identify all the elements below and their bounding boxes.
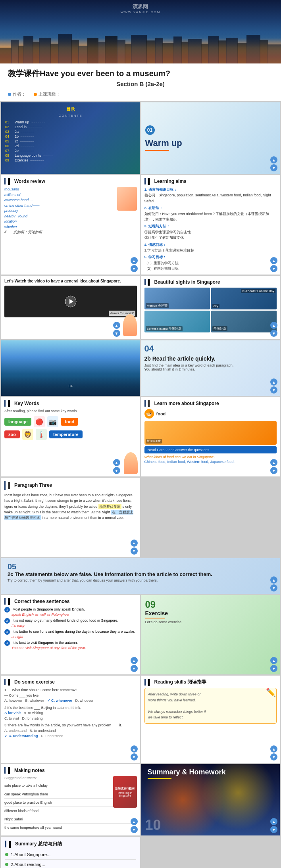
temperature-keyword: temperature — [49, 430, 83, 438]
summary-content-header: ▌ Summary 总结与归纳 — [5, 841, 136, 847]
nav-down-button[interactable]: ▼ — [270, 164, 277, 171]
exercise-nav-up[interactable]: ▲ — [270, 657, 277, 664]
article-desc: Just find the main idea or a key word of… — [144, 363, 277, 367]
words-review-slide: ▌ Words review thousand millions of awes… — [1, 175, 140, 275]
toc-item-8: 08 Language points ·········· — [5, 153, 136, 158]
making-notes-nav: ▲ ▼ — [131, 818, 138, 833]
aims-nav-up[interactable]: ▲ — [270, 257, 277, 264]
words-review-title: Words review — [14, 179, 45, 184]
slide-2c-nav-down[interactable]: ▼ — [270, 584, 277, 591]
travel-guide-sub: Travelling in Singapore — [115, 791, 135, 797]
summary-nav-down[interactable]: ▼ — [270, 826, 277, 833]
landscape-label: 04 — [69, 384, 73, 388]
slide-2c-nav-up[interactable]: ▲ — [270, 576, 277, 584]
exercise-title: Exercise — [145, 610, 276, 616]
correct-title: Correct these sentences — [14, 599, 69, 604]
video-nav-up[interactable]: ▲ — [113, 322, 120, 329]
summary-nav: ▲ ▼ — [270, 818, 277, 833]
do-exercise-title: Do some exercise — [14, 679, 55, 685]
sights-nav-up[interactable]: ▲ — [270, 322, 277, 329]
answer-content: Chinese food, Indian food, Western food,… — [144, 460, 277, 464]
do-exercise-nav: ▲ ▼ — [131, 745, 138, 760]
keywords-nav-up[interactable]: ▲ — [113, 459, 120, 466]
article-2b-slide: 04 2b Read the article quickly. Just fin… — [141, 340, 280, 396]
reading-skills-nav-down[interactable]: ▼ — [270, 753, 277, 760]
making-notes-nav-up[interactable]: ▲ — [131, 818, 138, 825]
article-nav-down[interactable]: ▼ — [270, 386, 277, 394]
article-nav-up[interactable]: ▲ — [270, 378, 277, 386]
toc-item-7: 07 2e ·············· — [5, 148, 136, 153]
correct-sentences-slide: ▌ Correct these sentences 1 Most people … — [1, 595, 140, 674]
keywords-nav-down[interactable]: ▼ — [113, 467, 120, 474]
para-three-nav-down[interactable]: ▼ — [131, 547, 138, 555]
aims-nav-arrows: ▲ ▼ — [270, 257, 277, 272]
video-nav-down[interactable]: ▼ — [113, 330, 120, 337]
correct-nav-up[interactable]: ▲ — [131, 657, 138, 664]
words-nav-up[interactable]: ▲ — [131, 257, 138, 264]
nav-up-button[interactable]: ▲ — [270, 156, 277, 163]
summary-bullet-1 — [5, 853, 8, 856]
correct-item-1: 1 Most people in Singapore only speak En… — [4, 607, 137, 616]
para-three-nav-up[interactable]: ▲ — [131, 540, 138, 547]
exercise-items: 1 — What time should I come here tomorro… — [4, 687, 137, 739]
slide-2c-nav: ▲ ▼ — [270, 576, 277, 591]
toc-item-4: 04 2b ·············· — [5, 134, 136, 139]
do-exercise-nav-up[interactable]: ▲ — [131, 745, 138, 753]
correct-nav-down[interactable]: ▼ — [131, 665, 138, 672]
food-image-label: 新加坡美食 — [146, 439, 162, 444]
reading-skills-nav-up[interactable]: ▲ — [270, 745, 277, 753]
learn-more-nav-up[interactable]: ▲ — [270, 459, 277, 466]
class-dot — [34, 93, 37, 96]
language-keyword: language — [4, 418, 31, 426]
learn-more-nav: ▲ ▼ — [270, 459, 277, 474]
warmup-badge: 01 — [145, 125, 155, 135]
warmup-slide: 01 Warm up ▲ ▼ — [141, 102, 280, 174]
keyword-icon-2: 📷 — [47, 416, 58, 427]
merlion-label: Merlion 鱼尾狮 — [146, 303, 169, 308]
words-nav-down[interactable]: ▼ — [131, 265, 138, 272]
keywords-nav: ▲ ▼ — [113, 459, 120, 474]
video-box[interactable]: /travel the world/ — [4, 286, 137, 317]
slide-2c-title: 2c The statements below are false. Use i… — [8, 571, 273, 577]
gardens-label2: city — [212, 304, 219, 308]
article-num: 04 — [144, 344, 277, 354]
making-notes-nav-down[interactable]: ▼ — [131, 826, 138, 833]
sights-header: ▌ Beautiful sights in Singapore — [144, 279, 277, 285]
aims-nav-down[interactable]: ▼ — [270, 265, 277, 272]
answer-question: What kinds of food can we eat in Singapo… — [144, 455, 277, 459]
aims-content: 1. 语言与知识目标： 核心词：Singapore, population, s… — [144, 187, 277, 271]
author-dot — [8, 93, 11, 96]
sights-nav-down[interactable]: ▼ — [270, 330, 277, 337]
keywords-intro: After reading, please find out some key … — [4, 409, 137, 413]
pencil-icon: ✏️ — [266, 687, 276, 697]
summary-bullet-2 — [5, 863, 8, 866]
class-meta: 上课班级： — [34, 91, 60, 97]
toc-items: 01 Warm up ·············· 02 Lead-in ···… — [5, 120, 136, 163]
keywords-container: language 🔴 📷 food zoo 🦁 🌡️ temperature — [4, 416, 137, 440]
correct-items: 1 Most people in Singapore only speak En… — [4, 607, 137, 650]
correct-header: ▌ Correct these sentences — [4, 598, 137, 605]
para-three-slide: ▌ Paragraph Three Most large cities have… — [1, 478, 140, 557]
learning-aims-title: Learning aims — [154, 179, 186, 184]
sentosa-label: Sentosa Island 圣淘沙岛 — [146, 326, 183, 331]
words-content: thousand millions of awesome hand → on t… — [4, 187, 137, 235]
warmup-title: Warm up — [145, 138, 182, 148]
toc-slide: 目录 CONTENTS 01 Warm up ·············· 02… — [1, 102, 140, 174]
slides-grid: 目录 CONTENTS 01 Warm up ·············· 02… — [0, 101, 281, 868]
do-exercise-nav-down[interactable]: ▼ — [131, 753, 138, 760]
exercise-nav-down[interactable]: ▼ — [270, 665, 277, 672]
exercise-q2: 2 It's the best time ___ Beijing in autu… — [4, 705, 137, 722]
summary-title: Summary & Homework — [148, 768, 274, 776]
main-title-container: 教学课件Have you ever been to a museum? Sect… — [0, 63, 281, 90]
note-4: different kinds of food — [4, 807, 137, 815]
video-nav: ▲ ▼ — [113, 322, 120, 337]
sights-nav: ▲ ▼ — [270, 322, 277, 337]
play-icon[interactable] — [65, 296, 77, 307]
learn-more-nav-down[interactable]: ▼ — [270, 467, 277, 474]
toc-item-3: 03 2a ·············· — [5, 129, 136, 134]
article-desc2: You should finish it in 2 minutes. — [144, 367, 277, 371]
sub-heading: Section B (2a-2e) — [8, 81, 273, 87]
summary-nav-up[interactable]: ▲ — [270, 818, 277, 825]
slide-2c-desc: Try to correct them by yourself and afte… — [8, 578, 273, 582]
summary-item-1: 1.About Singapore... — [5, 850, 136, 860]
